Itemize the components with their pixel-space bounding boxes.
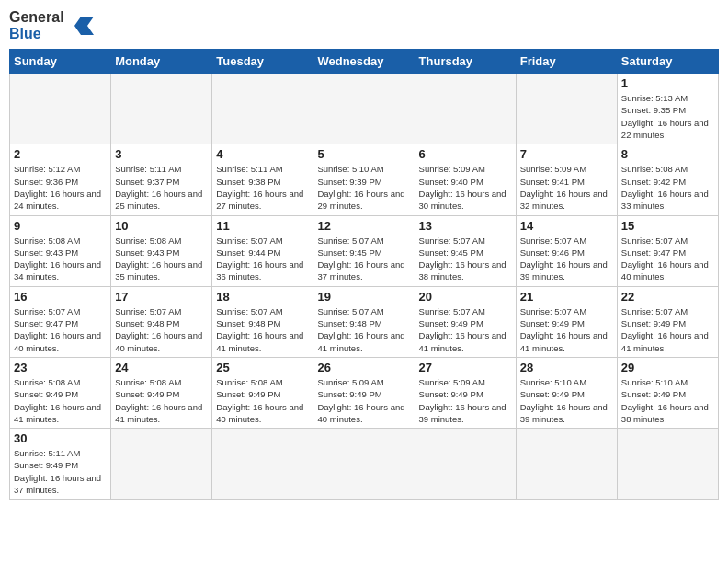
calendar-body: 1Sunrise: 5:13 AM Sunset: 9:35 PM Daylig… [10, 74, 719, 500]
day-info: Sunrise: 5:07 AM Sunset: 9:48 PM Dayligh… [317, 305, 410, 354]
calendar-cell: 26Sunrise: 5:09 AM Sunset: 9:49 PM Dayli… [313, 357, 415, 428]
day-number: 13 [419, 219, 512, 233]
page-header: General Blue [9, 9, 719, 41]
day-info: Sunrise: 5:08 AM Sunset: 9:49 PM Dayligh… [115, 376, 208, 425]
day-number: 5 [317, 147, 410, 161]
calendar-cell: 5Sunrise: 5:10 AM Sunset: 9:39 PM Daylig… [313, 144, 415, 215]
calendar-cell: 7Sunrise: 5:09 AM Sunset: 9:41 PM Daylig… [516, 144, 617, 215]
day-info: Sunrise: 5:07 AM Sunset: 9:48 PM Dayligh… [216, 305, 309, 354]
day-info: Sunrise: 5:10 AM Sunset: 9:49 PM Dayligh… [621, 376, 714, 425]
day-info: Sunrise: 5:08 AM Sunset: 9:43 PM Dayligh… [14, 235, 107, 283]
calendar-cell [516, 429, 617, 500]
calendar-cell [415, 74, 516, 144]
calendar-cell: 2Sunrise: 5:12 AM Sunset: 9:36 PM Daylig… [10, 144, 111, 215]
calendar-cell [313, 429, 415, 500]
day-info: Sunrise: 5:07 AM Sunset: 9:44 PM Dayligh… [216, 235, 309, 283]
day-number: 28 [520, 361, 613, 374]
calendar-cell [313, 74, 415, 144]
calendar-cell: 6Sunrise: 5:09 AM Sunset: 9:40 PM Daylig… [415, 144, 516, 215]
day-number: 20 [419, 290, 512, 304]
svg-marker-0 [74, 17, 94, 35]
calendar-cell: 21Sunrise: 5:07 AM Sunset: 9:49 PM Dayli… [516, 286, 617, 357]
day-info: Sunrise: 5:07 AM Sunset: 9:47 PM Dayligh… [621, 235, 714, 283]
calendar-cell: 24Sunrise: 5:08 AM Sunset: 9:49 PM Dayli… [111, 357, 212, 428]
day-info: Sunrise: 5:08 AM Sunset: 9:43 PM Dayligh… [115, 235, 208, 283]
calendar-week-5: 23Sunrise: 5:08 AM Sunset: 9:49 PM Dayli… [10, 357, 719, 428]
day-number: 1 [621, 76, 714, 90]
calendar-cell: 27Sunrise: 5:09 AM Sunset: 9:49 PM Dayli… [415, 357, 516, 428]
day-info: Sunrise: 5:07 AM Sunset: 9:45 PM Dayligh… [419, 235, 512, 283]
calendar-cell: 29Sunrise: 5:10 AM Sunset: 9:49 PM Dayli… [617, 357, 718, 428]
calendar-cell: 30Sunrise: 5:11 AM Sunset: 9:49 PM Dayli… [10, 429, 111, 500]
calendar-cell: 19Sunrise: 5:07 AM Sunset: 9:48 PM Dayli… [313, 286, 415, 357]
day-info: Sunrise: 5:11 AM Sunset: 9:38 PM Dayligh… [216, 163, 309, 212]
day-number: 16 [14, 290, 107, 304]
day-header-tuesday: Tuesday [212, 50, 313, 74]
logo-flag-icon [68, 13, 94, 39]
day-info: Sunrise: 5:08 AM Sunset: 9:49 PM Dayligh… [14, 376, 107, 425]
day-number: 25 [216, 361, 309, 374]
calendar-cell: 12Sunrise: 5:07 AM Sunset: 9:45 PM Dayli… [313, 215, 415, 286]
day-number: 2 [14, 147, 107, 161]
day-number: 11 [216, 219, 309, 233]
day-number: 26 [317, 361, 410, 374]
calendar-cell: 23Sunrise: 5:08 AM Sunset: 9:49 PM Dayli… [10, 357, 111, 428]
day-number: 17 [115, 290, 208, 304]
day-info: Sunrise: 5:11 AM Sunset: 9:37 PM Dayligh… [115, 163, 208, 212]
day-number: 14 [520, 219, 613, 233]
day-info: Sunrise: 5:07 AM Sunset: 9:46 PM Dayligh… [520, 235, 613, 283]
day-number: 18 [216, 290, 309, 304]
day-header-wednesday: Wednesday [313, 50, 415, 74]
day-info: Sunrise: 5:08 AM Sunset: 9:42 PM Dayligh… [621, 163, 714, 212]
calendar-cell: 1Sunrise: 5:13 AM Sunset: 9:35 PM Daylig… [617, 74, 718, 144]
calendar-cell: 9Sunrise: 5:08 AM Sunset: 9:43 PM Daylig… [10, 215, 111, 286]
day-header-saturday: Saturday [617, 50, 718, 74]
calendar-cell [111, 429, 212, 500]
day-info: Sunrise: 5:09 AM Sunset: 9:49 PM Dayligh… [419, 376, 512, 425]
day-info: Sunrise: 5:07 AM Sunset: 9:49 PM Dayligh… [419, 305, 512, 354]
calendar-cell [212, 74, 313, 144]
day-info: Sunrise: 5:09 AM Sunset: 9:41 PM Dayligh… [520, 163, 613, 212]
day-info: Sunrise: 5:07 AM Sunset: 9:49 PM Dayligh… [621, 305, 714, 354]
day-info: Sunrise: 5:07 AM Sunset: 9:48 PM Dayligh… [115, 305, 208, 354]
calendar-week-1: 1Sunrise: 5:13 AM Sunset: 9:35 PM Daylig… [10, 74, 719, 144]
calendar-week-3: 9Sunrise: 5:08 AM Sunset: 9:43 PM Daylig… [10, 215, 719, 286]
calendar-cell: 22Sunrise: 5:07 AM Sunset: 9:49 PM Dayli… [617, 286, 718, 357]
calendar-cell: 15Sunrise: 5:07 AM Sunset: 9:47 PM Dayli… [617, 215, 718, 286]
day-header-friday: Friday [516, 50, 617, 74]
day-info: Sunrise: 5:07 AM Sunset: 9:45 PM Dayligh… [317, 235, 410, 283]
day-number: 15 [621, 219, 714, 233]
calendar-cell: 11Sunrise: 5:07 AM Sunset: 9:44 PM Dayli… [212, 215, 313, 286]
day-info: Sunrise: 5:12 AM Sunset: 9:36 PM Dayligh… [14, 163, 107, 212]
calendar-cell [415, 429, 516, 500]
day-info: Sunrise: 5:07 AM Sunset: 9:49 PM Dayligh… [520, 305, 613, 354]
calendar-cell: 28Sunrise: 5:10 AM Sunset: 9:49 PM Dayli… [516, 357, 617, 428]
calendar-cell: 10Sunrise: 5:08 AM Sunset: 9:43 PM Dayli… [111, 215, 212, 286]
day-header-sunday: Sunday [10, 50, 111, 74]
day-info: Sunrise: 5:10 AM Sunset: 9:49 PM Dayligh… [520, 376, 613, 425]
day-number: 23 [14, 361, 107, 374]
day-number: 7 [520, 147, 613, 161]
day-number: 21 [520, 290, 613, 304]
day-number: 4 [216, 147, 309, 161]
day-number: 3 [115, 147, 208, 161]
day-number: 12 [317, 219, 410, 233]
calendar-week-2: 2Sunrise: 5:12 AM Sunset: 9:36 PM Daylig… [10, 144, 719, 215]
calendar-cell: 17Sunrise: 5:07 AM Sunset: 9:48 PM Dayli… [111, 286, 212, 357]
calendar-cell: 4Sunrise: 5:11 AM Sunset: 9:38 PM Daylig… [212, 144, 313, 215]
calendar-cell: 18Sunrise: 5:07 AM Sunset: 9:48 PM Dayli… [212, 286, 313, 357]
day-number: 6 [419, 147, 512, 161]
calendar-cell: 25Sunrise: 5:08 AM Sunset: 9:49 PM Dayli… [212, 357, 313, 428]
day-number: 30 [14, 431, 107, 445]
day-info: Sunrise: 5:11 AM Sunset: 9:49 PM Dayligh… [14, 447, 107, 496]
day-number: 24 [115, 361, 208, 374]
logo: General Blue [9, 9, 94, 41]
logo-text: General Blue [9, 9, 64, 41]
calendar-table: SundayMondayTuesdayWednesdayThursdayFrid… [9, 49, 719, 500]
calendar-week-6: 30Sunrise: 5:11 AM Sunset: 9:49 PM Dayli… [10, 429, 719, 500]
day-number: 22 [621, 290, 714, 304]
calendar-cell [617, 429, 718, 500]
calendar-cell: 20Sunrise: 5:07 AM Sunset: 9:49 PM Dayli… [415, 286, 516, 357]
calendar-cell: 13Sunrise: 5:07 AM Sunset: 9:45 PM Dayli… [415, 215, 516, 286]
day-number: 9 [14, 219, 107, 233]
